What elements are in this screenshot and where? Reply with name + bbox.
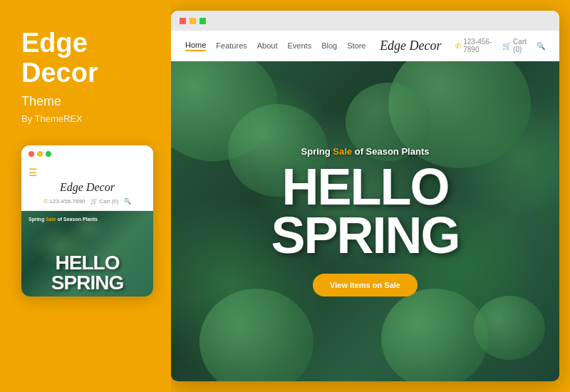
mobile-spring-label: Spring Sale of Season Plants: [28, 217, 146, 222]
theme-title: Edge Decor: [21, 29, 150, 88]
mobile-search-icon: 🔍: [124, 198, 131, 205]
desktop-cart: 🛒 Cart (0): [502, 38, 528, 53]
mobile-hero: Spring Sale of Season Plants HELLO SPRIN…: [21, 211, 153, 296]
mobile-hero-big-text: HELLO SPRING: [25, 253, 150, 293]
dot-yellow: [37, 151, 43, 157]
right-panel: Home Features About Events Blog Store Ed…: [171, 0, 570, 392]
mobile-hello: HELLO SPRING: [25, 253, 150, 293]
theme-author: By ThemeREX: [21, 113, 150, 124]
desktop-browser-bar: [171, 11, 559, 31]
mobile-hero-text: Spring Sale of Season Plants: [28, 217, 146, 222]
mobile-logo: Edge Decor: [60, 181, 115, 194]
nav-right: ✆ 123-456-7890 🛒 Cart (0) 🔍: [455, 38, 545, 53]
phone-icon: ✆: [43, 198, 48, 205]
hero-content: Spring Sale of Season Plants HELLO SPRIN…: [171, 61, 559, 381]
hamburger-icon: ☰: [28, 167, 38, 178]
mobile-meta: ✆ 123-456-7890 🛒 Cart (0) 🔍: [43, 198, 132, 205]
nav-about[interactable]: About: [257, 41, 278, 50]
nav-store[interactable]: Store: [347, 41, 366, 50]
cart-icon: 🛒: [502, 42, 511, 50]
dot-red: [28, 151, 34, 157]
desktop-preview: Home Features About Events Blog Store Ed…: [171, 11, 559, 381]
hero-spring: SPRING: [271, 211, 459, 259]
desktop-dot-yellow: [190, 18, 196, 24]
hero-main-text: HELLO SPRING: [271, 163, 459, 260]
dot-green: [46, 151, 51, 157]
mobile-browser-dots: [21, 145, 153, 163]
hero-hello: HELLO: [271, 163, 459, 211]
desktop-hero: Spring Sale of Season Plants HELLO SPRIN…: [171, 61, 559, 381]
desktop-phone: ✆ 123-456-7890: [455, 38, 494, 53]
cart-icon: 🛒: [90, 198, 98, 205]
nav-events[interactable]: Events: [288, 41, 312, 50]
nav-links: Home Features About Events Blog Store: [185, 41, 366, 51]
mobile-phone: ✆ 123-456-7890: [43, 198, 86, 205]
phone-icon: ✆: [455, 42, 461, 50]
mobile-preview: ☰ Edge Decor ✆ 123-456-7890 🛒 Cart (0) 🔍…: [21, 145, 153, 296]
desktop-search-icon[interactable]: 🔍: [537, 42, 545, 50]
hero-subtitle: Spring Sale of Season Plants: [301, 146, 430, 157]
desktop-dot-green: [200, 18, 206, 24]
nav-blog[interactable]: Blog: [321, 41, 337, 50]
mobile-cart: 🛒 Cart (0): [90, 198, 118, 205]
desktop-nav: Home Features About Events Blog Store Ed…: [171, 31, 559, 61]
nav-home[interactable]: Home: [185, 41, 206, 51]
theme-subtitle: Theme: [21, 94, 150, 109]
mobile-header: ☰ Edge Decor ✆ 123-456-7890 🛒 Cart (0) 🔍: [21, 163, 153, 211]
left-panel: Edge Decor Theme By ThemeREX ☰ Edge Deco…: [0, 0, 171, 392]
nav-features[interactable]: Features: [216, 41, 247, 50]
hero-cta-button[interactable]: View Items on Sale: [313, 274, 418, 296]
desktop-dot-red: [180, 18, 186, 24]
desktop-logo: Edge Decor: [366, 38, 455, 53]
